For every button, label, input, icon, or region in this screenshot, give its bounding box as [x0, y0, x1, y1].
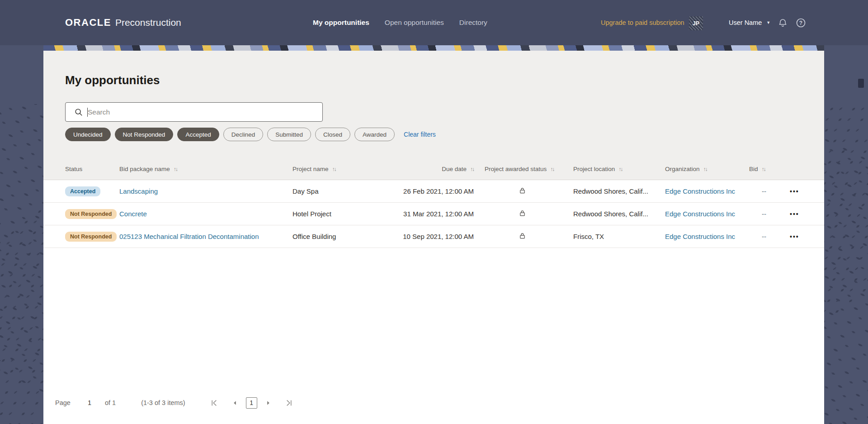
- app-screen: ORACLE Preconstruction My opportunities …: [0, 0, 868, 424]
- project-name-cell: Office Building: [292, 233, 387, 240]
- status-badge: Not Responded: [65, 209, 117, 219]
- search-box: [65, 102, 323, 122]
- table-header-row: Status Bid package name ↑↓ Project name …: [43, 158, 824, 180]
- bid-package-link[interactable]: Concrete: [119, 210, 147, 218]
- filter-pill-not-responded[interactable]: Not Responded: [115, 128, 174, 141]
- sort-icon: ↑↓: [618, 166, 622, 172]
- current-page-number: 1: [88, 399, 91, 406]
- status-badge: Accepted: [65, 186, 100, 196]
- due-date-cell: 31 Mar 2021, 12:00 AM: [387, 210, 485, 218]
- avatar-initials: JP: [693, 20, 699, 27]
- project-location-cell: Redwood Shores, Calif...: [573, 210, 665, 218]
- bid-package-link[interactable]: Landscaping: [119, 187, 158, 195]
- filter-pill-awarded[interactable]: Awarded: [354, 128, 395, 141]
- search-input[interactable]: [88, 108, 317, 116]
- pagination-bar: Page 1 of 1 (1-3 of 3 items) 1: [43, 395, 824, 411]
- row-actions-ellipsis-icon[interactable]: •••: [790, 210, 799, 218]
- filter-pill-closed[interactable]: Closed: [315, 128, 350, 141]
- upgrade-subscription-link[interactable]: Upgrade to paid subscription: [601, 0, 684, 45]
- row-actions-ellipsis-icon[interactable]: •••: [790, 233, 799, 240]
- page-header-section: My opportunities Undecided Not Responded…: [43, 51, 824, 180]
- filter-pill-accepted[interactable]: Accepted: [177, 128, 219, 141]
- svg-text:?: ?: [799, 19, 802, 26]
- filter-pill-undecided[interactable]: Undecided: [65, 128, 111, 141]
- filter-pills: Undecided Not Responded Accepted Decline…: [65, 128, 824, 141]
- previous-page-icon[interactable]: [232, 400, 238, 406]
- col-header-project-awarded-status[interactable]: Project awarded status ↑↓: [485, 166, 573, 172]
- col-header-organization[interactable]: Organization ↑↓: [665, 166, 749, 172]
- col-header-due-date[interactable]: Due date ↑↓: [387, 166, 485, 172]
- table-row: Not Responded 025123 Mechanical Filtrati…: [43, 225, 824, 248]
- next-page-icon[interactable]: [265, 400, 271, 406]
- last-page-icon[interactable]: [286, 400, 292, 406]
- app-header: ORACLE Preconstruction My opportunities …: [0, 0, 868, 45]
- nav-open-opportunities[interactable]: Open opportunities: [385, 19, 444, 27]
- content-panel: My opportunities Undecided Not Responded…: [43, 45, 824, 424]
- sort-icon: ↑↓: [703, 166, 707, 172]
- sort-icon: ↑↓: [762, 166, 765, 172]
- col-header-bid-package-name[interactable]: Bid package name ↑↓: [119, 166, 292, 172]
- search-icon: [75, 108, 83, 116]
- project-location-cell: Frisco, TX: [573, 233, 665, 240]
- of-total-label: of 1: [105, 399, 116, 406]
- sort-icon: ↑↓: [470, 166, 474, 172]
- bid-cell: --: [749, 233, 783, 240]
- help-icon[interactable]: ?: [796, 0, 806, 45]
- page-number-box[interactable]: 1: [246, 397, 257, 409]
- avatar[interactable]: JP: [689, 16, 703, 30]
- first-page-icon[interactable]: [211, 400, 217, 406]
- brand: ORACLE Preconstruction: [65, 0, 181, 45]
- organization-link[interactable]: Edge Constructions Inc: [665, 187, 735, 195]
- organization-link[interactable]: Edge Constructions Inc: [665, 210, 735, 218]
- table-row: Accepted Landscaping Day Spa 26 Feb 2021…: [43, 180, 824, 203]
- col-header-project-location[interactable]: Project location ↑↓: [573, 166, 665, 172]
- user-menu-label: User Name: [729, 19, 762, 26]
- clear-filters-link[interactable]: Clear filters: [404, 131, 436, 138]
- chevron-down-icon: ▼: [766, 20, 770, 25]
- bid-package-link[interactable]: 025123 Mechanical Filtration Decontamina…: [119, 233, 259, 240]
- nav-my-opportunities[interactable]: My opportunities: [313, 19, 369, 27]
- project-name-cell: Day Spa: [292, 187, 387, 195]
- sort-icon: ↑↓: [332, 166, 336, 172]
- filter-pill-declined[interactable]: Declined: [223, 128, 264, 141]
- col-header-status: Status: [65, 166, 119, 172]
- table-row: Not Responded Concrete Hotel Project 31 …: [43, 203, 824, 225]
- main-nav: My opportunities Open opportunities Dire…: [313, 0, 487, 45]
- bid-cell: --: [749, 210, 783, 218]
- oracle-logo: ORACLE: [65, 17, 111, 29]
- product-name: Preconstruction: [115, 17, 181, 28]
- row-actions-ellipsis-icon[interactable]: •••: [790, 188, 799, 195]
- sort-icon: ↑↓: [174, 166, 177, 172]
- decorative-banner: [43, 45, 824, 51]
- due-date-cell: 26 Feb 2021, 12:00 AM: [387, 187, 485, 195]
- due-date-cell: 10 Sep 2021, 12:00 AM: [387, 233, 485, 240]
- filter-pill-submitted[interactable]: Submitted: [267, 128, 311, 141]
- sort-icon: ↑↓: [550, 166, 554, 172]
- notifications-bell-icon[interactable]: [778, 0, 788, 45]
- project-location-cell: Redwood Shores, Calif...: [573, 187, 665, 195]
- col-header-project-name[interactable]: Project name ↑↓: [292, 166, 387, 172]
- status-badge: Not Responded: [65, 232, 117, 242]
- project-name-cell: Hotel Project: [292, 210, 387, 218]
- lock-icon: [519, 188, 526, 195]
- lock-icon: [519, 210, 526, 218]
- col-header-bid[interactable]: Bid ↑↓: [749, 166, 783, 172]
- organization-link[interactable]: Edge Constructions Inc: [665, 233, 735, 240]
- scrollbar-thumb[interactable]: [858, 79, 864, 88]
- items-range-label: (1-3 of 3 items): [141, 399, 185, 406]
- lock-icon: [519, 233, 526, 241]
- user-menu[interactable]: User Name ▼: [729, 0, 770, 45]
- nav-directory[interactable]: Directory: [459, 19, 487, 27]
- page-label: Page: [55, 399, 71, 406]
- bid-cell: --: [749, 187, 783, 195]
- page-title: My opportunities: [65, 73, 824, 87]
